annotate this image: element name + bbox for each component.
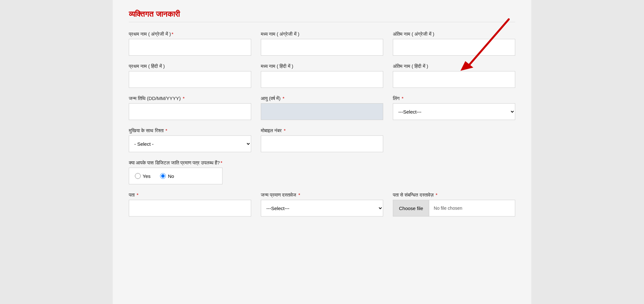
mobile-input[interactable] — [261, 135, 383, 152]
required-star-age: * — [281, 96, 284, 101]
required-star-dob: * — [181, 96, 185, 101]
relationship-select[interactable]: - Select - स्वयं पति/पत्नी पुत्र पुत्री … — [129, 135, 251, 152]
address-proof-group: पता से संबन्धित दस्तावेज़ * Choose file … — [393, 192, 515, 216]
last-name-english-group: अंतिम नाम ( अंग्रेजी में ) — [393, 31, 515, 56]
radio-yes-option[interactable]: Yes — [135, 173, 150, 179]
birth-proof-select[interactable]: ---Select--- — [261, 200, 383, 216]
file-input-wrapper: Choose file No file chosen — [393, 200, 515, 216]
no-file-chosen-text: No file chosen — [429, 206, 467, 211]
relationship-group: मुखिया के साथ रिश्ता * - Select - स्वयं … — [129, 128, 251, 152]
section-title: व्यक्तिगत जानकारी — [129, 10, 515, 22]
digital-cert-group: क्या आपके पास डिजिटल जाति प्रमाण पत्र उप… — [129, 160, 223, 184]
last-name-hindi-input[interactable] — [393, 71, 515, 88]
address-docs-row: पता * जन्म प्रमाण दस्तावेज * ---Select--… — [129, 192, 515, 216]
radio-no-input[interactable] — [160, 173, 166, 179]
address-label: पता * — [129, 192, 251, 198]
radio-no-label: No — [168, 173, 174, 179]
gender-select[interactable]: ---Select--- पुरुष महिला अन्य — [393, 103, 515, 120]
dob-age-gender-row: जन्म तिथि (DD/MM/YYYY) * आयु (वर्ष में) … — [129, 96, 515, 120]
digital-cert-label: क्या आपके पास डिजिटल जाति प्रमाण पत्र उप… — [129, 160, 223, 166]
last-name-hindi-group: अंतिम नाम ( हिंदी में ) — [393, 63, 515, 88]
first-name-english-input[interactable] — [129, 39, 251, 56]
age-label: आयु (वर्ष में) * — [261, 96, 383, 101]
last-name-hindi-label: अंतिम नाम ( हिंदी में ) — [393, 63, 515, 69]
middle-name-hindi-group: मध्य नाम ( हिंदी में ) — [261, 63, 383, 88]
required-star-addrproof: * — [434, 192, 438, 198]
required-star-mobile: * — [282, 128, 286, 133]
gender-group: लिंग * ---Select--- पुरुष महिला अन्य — [393, 96, 515, 120]
required-star-cert: * — [221, 160, 223, 165]
required-star-birth: * — [297, 192, 300, 198]
dob-input[interactable] — [129, 103, 251, 120]
gender-label: लिंग * — [393, 96, 515, 101]
first-name-english-group: प्रथम नाम ( अंग्रेजी में )* — [129, 31, 251, 56]
first-name-hindi-input[interactable] — [129, 71, 251, 88]
radio-no-option[interactable]: No — [160, 173, 174, 179]
required-star-rel: * — [164, 128, 167, 133]
middle-name-english-label: मध्य नाम ( अंग्रेजी में ) — [261, 31, 383, 37]
relationship-label: मुखिया के साथ रिश्ता * — [129, 128, 251, 134]
age-group: आयु (वर्ष में) * — [261, 96, 383, 120]
required-star-addr: * — [135, 192, 138, 198]
required-star-gender: * — [400, 96, 403, 101]
last-name-english-label: अंतिम नाम ( अंग्रेजी में ) — [393, 31, 515, 37]
address-group: पता * — [129, 192, 251, 216]
choose-file-button[interactable]: Choose file — [393, 200, 429, 216]
first-name-english-label: प्रथम नाम ( अंग्रेजी में )* — [129, 31, 251, 37]
radio-yes-label: Yes — [143, 173, 150, 179]
age-input — [261, 103, 383, 120]
middle-name-english-input[interactable] — [261, 39, 383, 56]
birth-proof-group: जन्म प्रमाण दस्तावेज * ---Select--- — [261, 192, 383, 216]
name-english-row: प्रथम नाम ( अंग्रेजी में )* मध्य नाम ( अ… — [129, 31, 515, 56]
middle-name-hindi-label: मध्य नाम ( हिंदी में ) — [261, 63, 383, 69]
first-name-hindi-group: प्रथम नाम ( हिंदी में ) — [129, 63, 251, 88]
mobile-label: मोबाइल नंबर * — [261, 128, 383, 134]
digital-cert-radio-group: Yes No — [129, 168, 223, 184]
relationship-mobile-row: मुखिया के साथ रिश्ता * - Select - स्वयं … — [129, 128, 515, 152]
radio-yes-input[interactable] — [135, 173, 141, 179]
middle-name-hindi-input[interactable] — [261, 71, 383, 88]
middle-name-english-group: मध्य नाम ( अंग्रेजी में ) — [261, 31, 383, 56]
first-name-hindi-label: प्रथम नाम ( हिंदी में ) — [129, 63, 251, 69]
birth-proof-label: जन्म प्रमाण दस्तावेज * — [261, 192, 383, 198]
name-hindi-row: प्रथम नाम ( हिंदी में ) मध्य नाम ( हिंदी… — [129, 63, 515, 88]
dob-group: जन्म तिथि (DD/MM/YYYY) * — [129, 96, 251, 120]
address-proof-label: पता से संबन्धित दस्तावेज़ * — [393, 192, 515, 198]
digital-cert-row: क्या आपके पास डिजिटल जाति प्रमाण पत्र उप… — [129, 160, 515, 184]
required-star: * — [172, 31, 174, 37]
dob-label: जन्म तिथि (DD/MM/YYYY) * — [129, 96, 251, 101]
last-name-english-input[interactable] — [393, 39, 515, 56]
mobile-group: मोबाइल नंबर * — [261, 128, 383, 152]
address-input[interactable] — [129, 200, 251, 216]
